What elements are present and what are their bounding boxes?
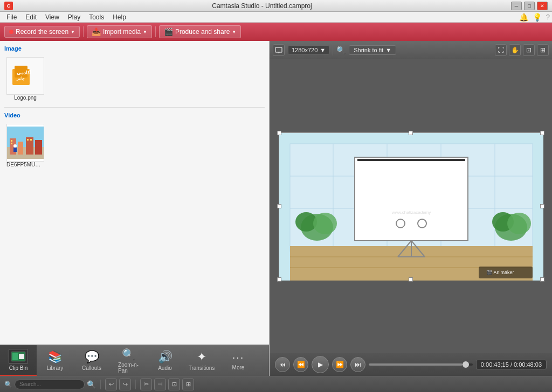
menu-file[interactable]: File	[2, 12, 21, 22]
import-button[interactable]: 📥 Import media ▼	[87, 25, 152, 38]
logo-thumbnail: آکادمی چاتیز	[6, 57, 44, 95]
app-logo-icon: C	[4, 2, 13, 10]
preview-sep-1	[333, 45, 333, 55]
settings-preview-icon[interactable]: ⊞	[537, 44, 549, 56]
resolution-button[interactable]: 1280x720 ▼	[288, 45, 329, 55]
tab-zoom-pan[interactable]: 🔍 Zoom-n-Pan	[110, 345, 147, 376]
redo-button[interactable]: ↪	[119, 379, 131, 390]
rewind-button[interactable]: ⏪	[293, 357, 308, 372]
produce-icon: 🎬	[164, 27, 173, 36]
menu-right-icons: 🔔 💡 ?	[519, 13, 550, 22]
fast-forward-button[interactable]: ⏩	[332, 357, 347, 372]
preview-panel: 1280x720 ▼ 🔍 Shrink to fit ▼ ⛶ ✋ ⊡ ⊞	[270, 41, 552, 376]
fullscreen-icon[interactable]: ⛶	[495, 44, 507, 56]
undo-button[interactable]: ↩	[105, 379, 117, 390]
preview-canvas: www.chatizacademy 🎬 Animaker	[279, 133, 543, 281]
tab-more-label: More	[232, 365, 245, 370]
go-to-start-button[interactable]: ⏮	[275, 357, 290, 372]
svg-rect-40	[357, 159, 465, 161]
cut-button[interactable]: ✂	[140, 379, 152, 390]
canvas-area: www.chatizacademy 🎬 Animaker	[270, 59, 552, 353]
paste-button[interactable]: ⊞	[182, 379, 194, 390]
clip-bin-toolbar: Clip Bin 📚 Library 💬 Callouts 🔍 Zoom-n-P…	[0, 345, 269, 376]
tab-zoom-pan-label: Zoom-n-Pan	[118, 362, 139, 374]
timeline-search-clear[interactable]: 🔍	[87, 380, 96, 389]
close-button[interactable]: ✕	[537, 2, 548, 10]
handle-top-center[interactable]	[409, 131, 413, 135]
restore-button[interactable]: □	[524, 2, 535, 10]
tab-audio[interactable]: 🔊 Audio	[147, 345, 183, 376]
tab-more[interactable]: ··· More	[220, 345, 257, 376]
media-divider	[4, 107, 265, 108]
title-bar: C Camtasia Studio - Untitled.camproj ─ □…	[0, 0, 552, 12]
produce-button[interactable]: 🎬 Produce and share ▼	[159, 25, 241, 38]
menu-play[interactable]: Play	[64, 12, 85, 22]
zoom-pan-icon: 🔍	[122, 348, 135, 361]
fit-icon[interactable]: ⊡	[523, 44, 535, 56]
timeline-search-input[interactable]	[15, 380, 85, 389]
tab-callouts-label: Callouts	[82, 365, 101, 371]
tab-library[interactable]: 📚 Library	[37, 345, 73, 376]
video-section-label: Video	[4, 112, 265, 118]
library-icon: 📚	[48, 350, 63, 364]
play-button[interactable]: ▶	[312, 356, 329, 373]
svg-rect-14	[27, 139, 29, 141]
handle-bottom-left[interactable]	[277, 277, 281, 282]
copy-button[interactable]: ⊡	[168, 379, 180, 390]
handle-bottom-right[interactable]	[540, 277, 544, 282]
menu-help[interactable]: Help	[108, 12, 130, 22]
timeline-section: 🔍 🔍 ↩ ↪ ✂ ⊣ ⊡ ⊞ ⚙ ▼ 00:0	[0, 376, 552, 392]
progress-fill	[369, 363, 463, 366]
tl-sep-2	[135, 380, 136, 389]
app-logo: C	[4, 2, 13, 10]
import-dropdown-arrow: ▼	[143, 30, 147, 34]
menu-edit[interactable]: Edit	[21, 12, 41, 22]
progress-thumb	[463, 361, 469, 368]
media-library: Image آکادمی چاتیز Logo.png Video	[0, 41, 269, 345]
video-media-item[interactable]: DE6FP5MUOM9O...	[6, 124, 44, 167]
minimize-button[interactable]: ─	[511, 2, 522, 10]
tab-transitions[interactable]: ✦ Transitions	[183, 345, 220, 376]
import-icon: 📥	[92, 27, 101, 36]
handle-middle-right[interactable]	[540, 204, 544, 208]
more-icon: ···	[232, 351, 245, 363]
record-button[interactable]: Record the screen ▼	[4, 26, 80, 38]
svg-rect-7	[18, 142, 23, 155]
record-label: Record the screen	[16, 28, 68, 36]
svg-rect-11	[13, 148, 17, 152]
go-to-end-button[interactable]: ⏭	[350, 357, 365, 372]
svg-text:🎬 Animaker: 🎬 Animaker	[486, 269, 514, 276]
svg-rect-9	[35, 140, 42, 155]
shrink-button[interactable]: Shrink to fit ▼	[349, 45, 396, 55]
video-thumbnail	[6, 124, 44, 162]
split-button[interactable]: ⊣	[154, 379, 166, 390]
handle-bottom-center[interactable]	[409, 277, 413, 282]
timeline-search-icon: 🔍	[4, 381, 12, 388]
left-panel: Image آکادمی چاتیز Logo.png Video	[0, 41, 270, 376]
svg-text:www.chatizacademy: www.chatizacademy	[391, 210, 431, 215]
clip-bin-icon	[9, 349, 28, 364]
menu-tools[interactable]: Tools	[85, 12, 108, 22]
tab-clip-bin[interactable]: Clip Bin	[0, 345, 37, 376]
main-layout: Image آکادمی چاتیز Logo.png Video	[0, 41, 552, 376]
hand-tool-icon[interactable]: ✋	[509, 44, 521, 56]
progress-bar[interactable]	[369, 363, 473, 366]
menu-view[interactable]: View	[41, 12, 64, 22]
main-toolbar: Record the screen ▼ 📥 Import media ▼ 🎬 P…	[0, 23, 552, 41]
svg-rect-18	[19, 354, 24, 359]
image-section-label: Image	[4, 45, 265, 52]
svg-rect-17	[12, 353, 18, 360]
logo-filename: Logo.png	[6, 95, 44, 101]
handle-middle-left[interactable]	[277, 204, 281, 208]
handle-top-left[interactable]	[277, 131, 281, 135]
callouts-icon: 💬	[85, 350, 99, 364]
svg-rect-13	[11, 143, 12, 144]
logo-media-item[interactable]: آکادمی چاتیز Logo.png	[6, 57, 44, 101]
window-title: Camtasia Studio - Untitled.camproj	[13, 2, 511, 10]
playback-bar: ⏮ ⏪ ▶ ⏩ ⏭ 0:00:43;15 / 0:00:48:03	[270, 353, 552, 376]
handle-top-right[interactable]	[540, 131, 544, 135]
time-display: 0:00:43;15 / 0:00:48:03	[476, 360, 547, 369]
toolbar-sep-2	[155, 26, 156, 37]
tab-callouts[interactable]: 💬 Callouts	[73, 345, 110, 376]
import-label: Import media	[103, 28, 141, 36]
